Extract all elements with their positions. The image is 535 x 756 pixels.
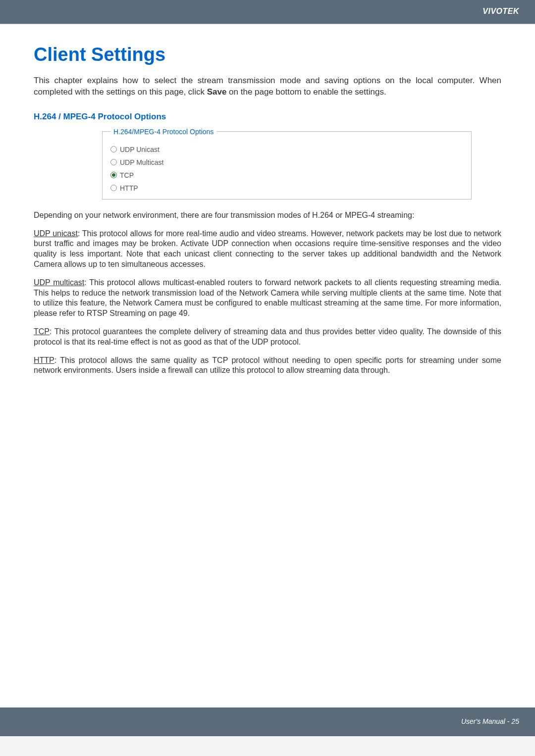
protocol-label-tcp: TCP: [34, 327, 50, 336]
paragraph-udp-multicast: UDP multicast: This protocol allows mult…: [34, 278, 501, 319]
protocol-label-udp-unicast: UDP unicast: [34, 229, 78, 238]
radio-http[interactable]: HTTP: [110, 184, 463, 192]
protocol-label-http: HTTP: [34, 356, 54, 364]
radio-tcp[interactable]: TCP: [110, 171, 463, 179]
radio-label: UDP Multicast: [120, 158, 163, 166]
radio-label: UDP Unicast: [120, 146, 160, 153]
fieldset-wrap: H.264/MPEG-4 Protocol Options UDP Unicas…: [102, 128, 472, 200]
section-subtitle: H.264 / MPEG-4 Protocol Options: [34, 112, 501, 122]
header-bar: VIVOTEK: [0, 0, 535, 24]
protocol-text-http: : This protocol allows the same quality …: [34, 356, 501, 375]
protocol-text-udp-multicast: : This protocol allows multicast-enabled…: [34, 278, 501, 317]
radio-udp-unicast[interactable]: UDP Unicast: [110, 146, 463, 153]
radio-label: HTTP: [120, 184, 138, 192]
paragraph-depending: Depending on your network environment, t…: [34, 210, 501, 221]
paragraph-http: HTTP: This protocol allows the same qual…: [34, 355, 501, 376]
protocol-text-udp-unicast: : This protocol allows for more real-tim…: [34, 229, 501, 268]
protocol-label-udp-multicast: UDP multicast: [34, 278, 84, 287]
page-wrapper: VIVOTEK Client Settings This chapter exp…: [0, 0, 535, 736]
radio-icon-selected: [110, 172, 117, 178]
radio-icon: [110, 185, 117, 191]
page-title: Client Settings: [34, 44, 501, 65]
radio-label: TCP: [120, 171, 134, 179]
fieldset-legend: H.264/MPEG-4 Protocol Options: [110, 128, 216, 136]
footer-text: User's Manual - 25: [461, 717, 519, 725]
protocol-text-tcp: : This protocol guarantees the complete …: [34, 327, 501, 346]
radio-icon: [110, 146, 117, 152]
paragraph-tcp: TCP: This protocol guarantees the comple…: [34, 327, 501, 348]
intro-post: on the page bottom to enable the setting…: [226, 87, 386, 97]
paragraph-udp-unicast: UDP unicast: This protocol allows for mo…: [34, 229, 501, 270]
content-area: Client Settings This chapter explains ho…: [0, 24, 535, 707]
radio-udp-multicast[interactable]: UDP Multicast: [110, 158, 463, 166]
radio-icon: [110, 159, 117, 165]
brand-logo: VIVOTEK: [482, 7, 519, 16]
protocol-options-fieldset: H.264/MPEG-4 Protocol Options UDP Unicas…: [102, 128, 472, 200]
footer-bar: User's Manual - 25: [0, 707, 535, 736]
intro-paragraph: This chapter explains how to select the …: [34, 75, 501, 98]
intro-bold: Save: [207, 87, 227, 97]
